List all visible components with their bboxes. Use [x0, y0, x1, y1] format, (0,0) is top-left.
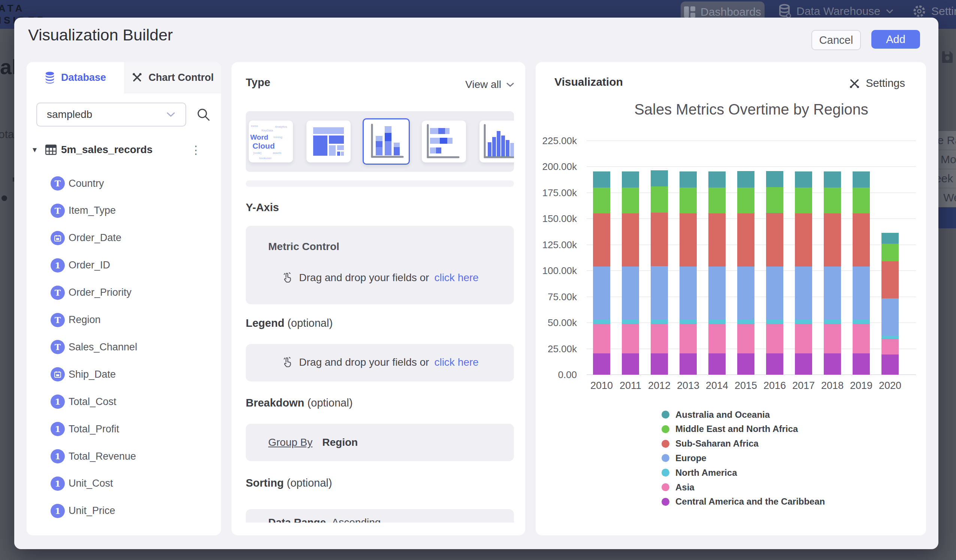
field-item-ship_date[interactable]: Ship_Date	[27, 361, 221, 388]
legend-item[interactable]: Central America and the Caribbean	[662, 494, 825, 509]
field-label: Unit_Cost	[69, 478, 113, 489]
kebab-menu-icon[interactable]: ⋮	[190, 143, 201, 157]
field-label: Region	[69, 314, 101, 326]
chart-type-word-cloud[interactable]: inessAnalyticsKeyDataWordCloudmining[cod…	[249, 121, 293, 162]
bar-segment	[593, 213, 610, 267]
field-item-total_revenue[interactable]: 1Total_Revenue	[27, 443, 221, 470]
field-item-total_profit[interactable]: 1Total_Profit	[27, 416, 221, 442]
bar-segment	[795, 324, 812, 353]
y-tick-label: 0.00	[536, 369, 577, 381]
bar-2016	[766, 171, 783, 375]
field-item-region[interactable]: TRegion	[27, 307, 221, 334]
x-tick-label: 2020	[871, 380, 909, 392]
chart-settings-label: Settings	[866, 77, 905, 89]
legend-item[interactable]: Middle East and North Africa	[662, 422, 798, 436]
bar-segment	[679, 324, 697, 353]
text-field-icon: T	[50, 313, 65, 327]
visualization-heading: Visualization	[554, 75, 623, 88]
field-item-unit_price[interactable]: 1Unit_Price	[27, 497, 221, 524]
field-item-order_id[interactable]: 1Order_ID	[27, 252, 221, 279]
bar-segment	[737, 267, 755, 320]
bar-2010	[593, 171, 610, 375]
bar-segment	[824, 171, 841, 188]
background-bullet	[2, 195, 7, 201]
chart-type-stacked-bar[interactable]	[422, 121, 466, 162]
bar-segment	[766, 324, 783, 353]
number-field-icon: 1	[50, 422, 65, 436]
click-here-link[interactable]: click here	[434, 356, 478, 369]
bar-segment	[651, 213, 668, 266]
view-all-button[interactable]: View all	[465, 78, 515, 91]
bar-segment	[852, 188, 870, 213]
save-icon[interactable]	[941, 50, 954, 63]
field-item-sales_channel[interactable]: TSales_Channel	[27, 334, 221, 361]
field-item-total_cost[interactable]: 1Total_Cost	[27, 388, 221, 415]
chart-type-stacked-column[interactable]	[363, 118, 410, 165]
bar-segment	[852, 320, 870, 324]
field-label: Total_Revenue	[69, 451, 136, 462]
date-field-icon	[50, 231, 65, 245]
bar-2019	[852, 171, 870, 375]
drop-hint: Drag and drop your fields or	[299, 272, 429, 284]
field-item-order_date[interactable]: Order_Date	[27, 224, 221, 251]
bar-segment	[708, 188, 726, 213]
bar-segment	[766, 267, 783, 320]
bar-segment	[881, 355, 899, 375]
bar-segment	[824, 324, 841, 353]
visualization-panel: Visualization Settings Sales Metrics Ove…	[536, 62, 926, 535]
field-item-country[interactable]: TCountry	[27, 170, 221, 197]
modal-title: Visualization Builder	[28, 26, 173, 44]
field-label: Item_Type	[69, 205, 116, 216]
field-label: Total_Profit	[69, 424, 119, 435]
metric-control-title: Metric Control	[268, 241, 340, 253]
bar-segment	[622, 267, 639, 320]
legend-label: Australia and Oceania	[675, 409, 770, 420]
y-tick-label: 175.00k	[536, 187, 577, 199]
legend-dot	[662, 498, 670, 506]
chart-builder-panel: Type View all inessAnalyticsKeyDataWordC…	[231, 62, 525, 535]
horizontal-scrollbar[interactable]	[246, 180, 514, 187]
group-by-label[interactable]: Group By	[268, 436, 313, 449]
metric-control-dropzone[interactable]: Metric Control Drag and drop your fields…	[246, 226, 514, 304]
legend-item[interactable]: Asia	[662, 480, 695, 494]
group-by-value[interactable]: Region	[322, 436, 358, 449]
bar-segment	[881, 298, 899, 336]
field-item-order_priority[interactable]: TOrder_Priority	[27, 279, 221, 306]
legend-item[interactable]: Europe	[662, 451, 706, 465]
bar-segment	[679, 188, 697, 213]
bar-segment	[679, 267, 697, 320]
gear-icon	[912, 5, 926, 18]
click-here-link[interactable]: click here	[434, 272, 478, 284]
legend-dropzone[interactable]: Drag and drop your fields or click here	[246, 344, 514, 381]
caret-down-icon[interactable]: ▾	[33, 145, 45, 155]
chart-title: Sales Metrics Overtime by Regions	[586, 101, 916, 118]
bar-segment	[679, 171, 697, 188]
bar-segment	[622, 171, 639, 188]
tab-chart-control[interactable]: Chart Control	[124, 62, 221, 93]
search-icon[interactable]	[194, 105, 212, 124]
legend-label: Middle East and North Africa	[675, 424, 798, 434]
table-tree-row[interactable]: ▾ 5m_sales_records ⋮	[33, 141, 215, 158]
add-button[interactable]: Add	[871, 30, 920, 49]
legend-dot	[662, 454, 670, 462]
database-select[interactable]: sampledb	[36, 103, 186, 127]
bar-segment	[737, 213, 755, 267]
bar-segment	[708, 267, 726, 320]
legend-item[interactable]: Sub-Saharan Africa	[662, 436, 759, 451]
bar-segment	[766, 171, 783, 187]
sorting-row[interactable]: Data Range Ascending	[246, 509, 514, 522]
chart-type-column[interactable]	[480, 121, 514, 162]
field-item-item_type[interactable]: TItem_Type	[27, 197, 221, 224]
legend-item[interactable]: North America	[662, 465, 737, 480]
visualization-builder-modal: Visualization Builder Cancel Add Databas…	[14, 17, 939, 549]
chart-type-treemap[interactable]	[307, 121, 351, 162]
chart-settings-button[interactable]: Settings	[849, 77, 905, 89]
field-label: Unit_Price	[69, 505, 115, 516]
legend-item[interactable]: Australia and Oceania	[662, 407, 770, 422]
y-tick-label: 225.00k	[536, 135, 577, 147]
breakdown-groupby-row[interactable]: Group By Region	[246, 424, 514, 461]
field-item-unit_cost[interactable]: 1Unit_Cost	[27, 470, 221, 497]
tab-database[interactable]: Database	[27, 62, 124, 93]
number-field-icon: 1	[50, 395, 65, 409]
cancel-button[interactable]: Cancel	[811, 30, 861, 50]
